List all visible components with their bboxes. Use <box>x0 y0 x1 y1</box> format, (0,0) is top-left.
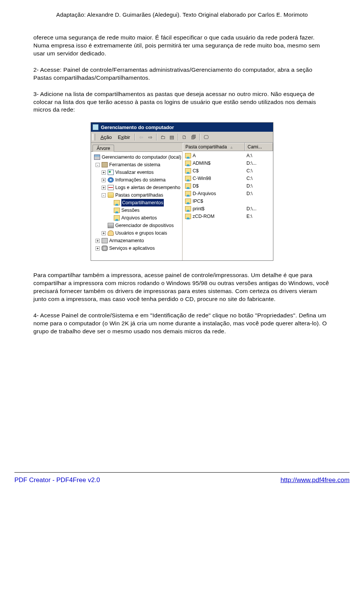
storage-icon <box>102 238 108 243</box>
info-icon <box>108 177 114 183</box>
share-icon <box>185 183 191 189</box>
share-icon <box>185 176 191 181</box>
window-title: Gerenciamento do computador <box>101 125 174 130</box>
tree-pastas[interactable]: Pastas compartilhadas <box>115 191 163 199</box>
computer-icon <box>94 154 100 160</box>
list-item[interactable]: C$C:\ <box>183 167 273 175</box>
properties-button[interactable]: ▤ <box>168 133 176 141</box>
footer-product[interactable]: PDF Creator - PDF4Free v2.0 <box>14 476 100 484</box>
tree-logs[interactable]: Logs e alertas de desempenho <box>115 184 180 191</box>
tab-arvore[interactable]: Árvore <box>93 145 114 152</box>
tools-icon <box>102 162 108 167</box>
tree-gerdisp[interactable]: Gerenciador de dispositivos <box>115 222 174 229</box>
col-pasta[interactable]: Pasta compartilhada <box>183 143 245 151</box>
paragraph-5: 4- Acesse Painel de controle/Sistema e e… <box>33 312 331 336</box>
share-icon <box>185 161 191 166</box>
footer-url[interactable]: http://www.pdf4free.com <box>281 476 350 484</box>
share-icon <box>185 199 191 204</box>
paragraph-4: Para compartilhar também a impressora, a… <box>33 271 331 303</box>
share-icon <box>185 214 191 219</box>
device-icon <box>108 223 114 228</box>
share-list[interactable]: AA:\ ADMIN$D:\... C$C:\ C-Win98C:\ D$D:\… <box>183 151 273 221</box>
export-button[interactable]: 🗐 <box>189 133 198 141</box>
paragraph-3: 3- Adicione na lista de compartilhamento… <box>33 90 331 114</box>
tree-arquivos[interactable]: Arquivos abertos <box>121 214 157 222</box>
gear-icon <box>102 246 108 251</box>
tree-ferramentas[interactable]: Ferramentas de sistema <box>109 161 160 169</box>
app-icon <box>93 124 99 130</box>
list-item[interactable]: D$D:\ <box>183 182 273 190</box>
gripper-icon[interactable] <box>93 134 95 140</box>
list-item[interactable]: AA:\ <box>183 152 273 159</box>
list-item[interactable]: IPC$ <box>183 197 273 205</box>
forward-button[interactable]: ⇨ <box>146 133 154 141</box>
tree-usuarios[interactable]: Usuários e grupos locais <box>115 229 167 237</box>
log-icon <box>108 185 114 190</box>
mmc-window: Gerenciamento do computador Ação Exibir … <box>91 122 273 261</box>
event-icon <box>108 170 114 175</box>
list-item[interactable]: zCD-ROME:\ <box>183 213 273 220</box>
share-icon <box>185 206 191 211</box>
menu-acao[interactable]: Ação <box>97 134 115 141</box>
share-icon <box>185 168 191 173</box>
tree-pane: Árvore Gerenciamento do computador (loca… <box>91 143 183 260</box>
share-icon <box>114 200 120 205</box>
list-item[interactable]: print$D:\... <box>183 205 273 213</box>
tree-view[interactable]: Gerenciamento do computador (local) -Fer… <box>91 152 182 254</box>
page-footer: PDF Creator - PDF4Free v2.0 http://www.p… <box>14 472 350 492</box>
folder-open-icon <box>108 192 114 198</box>
list-pane: Pasta compartilhada Cami... AA:\ ADMIN$D… <box>183 143 273 260</box>
tree-visualizar[interactable]: Visualizar eventos <box>115 169 154 176</box>
tree-info[interactable]: Informações do sistema <box>115 176 166 184</box>
menu-exibir[interactable]: Exibir <box>115 134 133 141</box>
tree-root[interactable]: Gerenciamento do computador (local) <box>102 153 181 161</box>
titlebar[interactable]: Gerenciamento do computador <box>91 123 273 132</box>
tree-sessoes[interactable]: Sessões <box>121 206 140 214</box>
back-button[interactable]: ⇦ <box>137 133 145 141</box>
list-item[interactable]: C-Win98C:\ <box>183 175 273 182</box>
users-icon <box>108 230 114 236</box>
share-icon <box>185 191 191 196</box>
paragraph-1: oferece uma segurança de rede muito maio… <box>33 34 331 58</box>
refresh-button[interactable]: 🗋 <box>180 133 188 141</box>
column-headers: Pasta compartilhada Cami... <box>183 143 273 151</box>
tree-armaz[interactable]: Armazenamento <box>109 237 144 244</box>
paragraph-2: 2- Acesse: Painel de controle/Ferramenta… <box>33 66 331 82</box>
share-icon <box>185 153 191 158</box>
menubar: Ação Exibir ⇦ ⇨ 🗀 ▤ 🗋 🗐 🖵 <box>91 132 273 143</box>
tree-compartilhamentos[interactable]: Compartilhamentos <box>121 199 164 206</box>
tree-servicos[interactable]: Serviços e aplicativos <box>109 244 155 252</box>
share-icon <box>114 215 120 221</box>
page-header: Adaptação: Alexandre D. Guimarães (Alede… <box>33 11 331 18</box>
col-cami[interactable]: Cami... <box>245 143 273 151</box>
list-item[interactable]: ADMIN$D:\... <box>183 159 273 167</box>
help-button[interactable]: 🖵 <box>202 133 210 141</box>
share-icon <box>114 208 120 213</box>
list-item[interactable]: D-ArquivosD:\ <box>183 190 273 197</box>
up-button[interactable]: 🗀 <box>158 133 167 141</box>
